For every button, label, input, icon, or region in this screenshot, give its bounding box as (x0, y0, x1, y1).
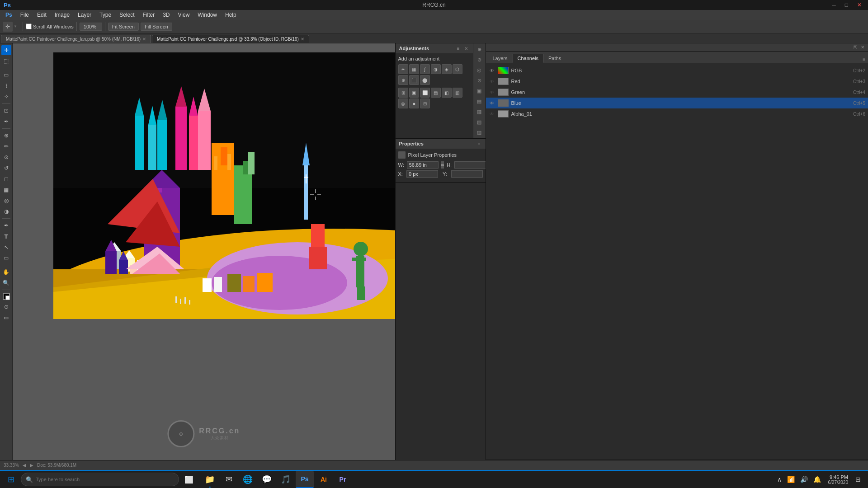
clone-stamp-tool[interactable]: ⊙ (1, 152, 11, 162)
properties-panel-header[interactable]: Properties ≡ (396, 139, 486, 149)
shape-tool[interactable]: ▭ (1, 253, 11, 263)
artboard-tool[interactable]: ⬚ (1, 56, 11, 66)
window-controls[interactable]: ─ □ ✕ (829, 2, 864, 8)
start-button[interactable]: ⊞ (2, 471, 20, 488)
ch-red-eye[interactable]: 👁 (489, 79, 495, 84)
menu-filter[interactable]: Filter (139, 11, 158, 19)
ch-panel-collapse[interactable]: ✕ (859, 44, 866, 50)
notifications-panel-icon[interactable]: ⊟ (854, 474, 863, 485)
ch-alpha-eye[interactable]: 👁 (489, 112, 495, 117)
marquee-tool[interactable]: ▭ (1, 70, 11, 80)
photo-filter-adj-btn[interactable]: ⬤ (420, 75, 430, 85)
y-input[interactable] (451, 170, 483, 178)
menu-window[interactable]: Window (194, 11, 221, 19)
adj-tool-5[interactable]: ▣ (474, 86, 484, 96)
menu-type[interactable]: Type (96, 11, 115, 19)
adj-tool-3[interactable]: ◎ (474, 65, 484, 75)
tab-2-close[interactable]: ✕ (301, 37, 304, 42)
ch-blue-eye[interactable]: 👁 (489, 101, 495, 106)
spotify-taskbar-btn[interactable]: 🎵 (277, 471, 295, 488)
minimize-button[interactable]: ─ (829, 2, 839, 8)
prop-panel-menu-btn[interactable]: ≡ (476, 141, 482, 147)
channel-rgb[interactable]: 👁 RGB Ctrl+2 (486, 65, 868, 76)
zoom-display[interactable]: 100% (80, 23, 102, 31)
brush-tool[interactable]: ✏ (1, 141, 11, 151)
magic-wand-tool[interactable]: ✧ (1, 92, 11, 102)
dodge-tool[interactable]: ◑ (1, 206, 11, 216)
menu-file[interactable]: File (17, 11, 33, 19)
pen-tool[interactable]: ✒ (1, 221, 11, 230)
healing-brush-tool[interactable]: ⊕ (1, 131, 11, 141)
vibrance-adj-btn[interactable]: ◈ (442, 64, 452, 74)
volume-icon[interactable]: 🔊 (798, 474, 810, 485)
adj-tool-4[interactable]: ⊙ (474, 75, 484, 85)
menu-3d[interactable]: 3D (159, 11, 173, 19)
canvas-area[interactable]: ⊙ RRCG.cn 人众素材 (13, 43, 395, 470)
adj-tool-1[interactable]: ⊕ (474, 44, 484, 54)
color-balance-adj-btn[interactable]: ⊕ (398, 75, 408, 85)
adj-tool-2[interactable]: ⊘ (474, 55, 484, 65)
menu-ps[interactable]: Ps (2, 11, 16, 19)
link-wh-button[interactable]: ∞ (441, 161, 444, 169)
adj-tool-7[interactable]: ▦ (474, 107, 484, 117)
scroll-all-checkbox[interactable]: Scroll All Windows (26, 23, 74, 29)
curves-adj-btn[interactable]: ∫ (420, 64, 430, 74)
fill-screen-button[interactable]: Fill Screen (141, 23, 172, 31)
brightness-adj-btn[interactable]: ☀ (398, 64, 408, 74)
color-lookup-adj-btn[interactable]: ▣ (409, 88, 419, 98)
panel-close-btn[interactable]: ✕ (463, 46, 469, 52)
menu-layer[interactable]: Layer (74, 11, 95, 19)
adj-tool-9[interactable]: ▨ (474, 127, 484, 137)
ch-green-eye[interactable]: 👁 (489, 90, 495, 95)
selective-color-adj-btn[interactable]: ◎ (398, 99, 408, 108)
menu-edit[interactable]: Edit (33, 11, 50, 19)
x-input[interactable] (406, 170, 438, 178)
type-tool[interactable]: T (1, 231, 11, 241)
channel-alpha[interactable]: 👁 Alpha_01 Ctrl+6 (486, 108, 868, 119)
fit-screen-button[interactable]: Fit Screen (108, 23, 139, 31)
channel-red[interactable]: 👁 Red Ctrl+3 (486, 76, 868, 87)
hand-tool[interactable]: ✋ (1, 267, 11, 277)
posterize-adj-btn[interactable]: ▤ (431, 88, 441, 98)
file-explorer-taskbar-btn[interactable]: 📁 (201, 471, 219, 488)
lasso-tool[interactable]: ⌇ (1, 81, 11, 91)
hue-adj-btn[interactable]: ⬡ (453, 64, 462, 74)
tab-channels[interactable]: Channels (513, 54, 543, 63)
ai-taskbar-btn[interactable]: Ai (315, 471, 333, 488)
background-color[interactable] (5, 296, 10, 300)
mail-taskbar-btn[interactable]: ✉ (220, 471, 238, 488)
threshold-adj-btn[interactable]: ◧ (442, 88, 452, 98)
history-brush-tool[interactable]: ↺ (1, 163, 11, 173)
eraser-tool[interactable]: ◻ (1, 174, 11, 184)
move-tool[interactable]: ✛ (1, 45, 11, 55)
crop-tool[interactable]: ⊡ (1, 106, 11, 116)
menu-image[interactable]: Image (51, 11, 73, 19)
eyedropper-tool[interactable]: ✒ (1, 117, 11, 127)
browser-taskbar-btn[interactable]: 🌐 (239, 471, 257, 488)
menu-select[interactable]: Select (116, 11, 138, 19)
zoom-tool[interactable]: 🔍 (1, 278, 11, 288)
panel-menu-btn[interactable]: ≡ (456, 46, 461, 52)
channel-mixer-adj-btn[interactable]: ⊞ (398, 88, 408, 98)
pattern-adj-btn[interactable]: ⊟ (420, 99, 430, 108)
h-input[interactable] (454, 161, 486, 169)
screen-mode-tool[interactable]: ▭ (1, 313, 11, 323)
tab-1-close[interactable]: ✕ (142, 37, 146, 42)
adj-tool-8[interactable]: ▧ (474, 117, 484, 127)
nav-left[interactable]: ◀ (23, 463, 26, 468)
teams-taskbar-btn[interactable]: 💬 (258, 471, 276, 488)
tab-layers[interactable]: Layers (488, 54, 513, 63)
menu-help[interactable]: Help (222, 11, 240, 19)
pr-taskbar-btn[interactable]: Pr (334, 471, 352, 488)
nav-right[interactable]: ▶ (30, 463, 33, 468)
exposure-adj-btn[interactable]: ◑ (431, 64, 441, 74)
network-icon[interactable]: 📶 (785, 474, 797, 485)
ch-rgb-eye[interactable]: 👁 (489, 68, 495, 73)
invert-adj-btn[interactable]: ⬜ (420, 88, 430, 98)
quick-mask-tool[interactable]: ⊙ (1, 302, 11, 312)
path-selection-tool[interactable]: ↖ (1, 242, 11, 252)
channel-green[interactable]: 👁 Green Ctrl+4 (486, 87, 868, 98)
w-input[interactable] (407, 161, 439, 169)
gradient-tool[interactable]: ▦ (1, 185, 11, 195)
tab-paths[interactable]: Paths (543, 54, 566, 63)
